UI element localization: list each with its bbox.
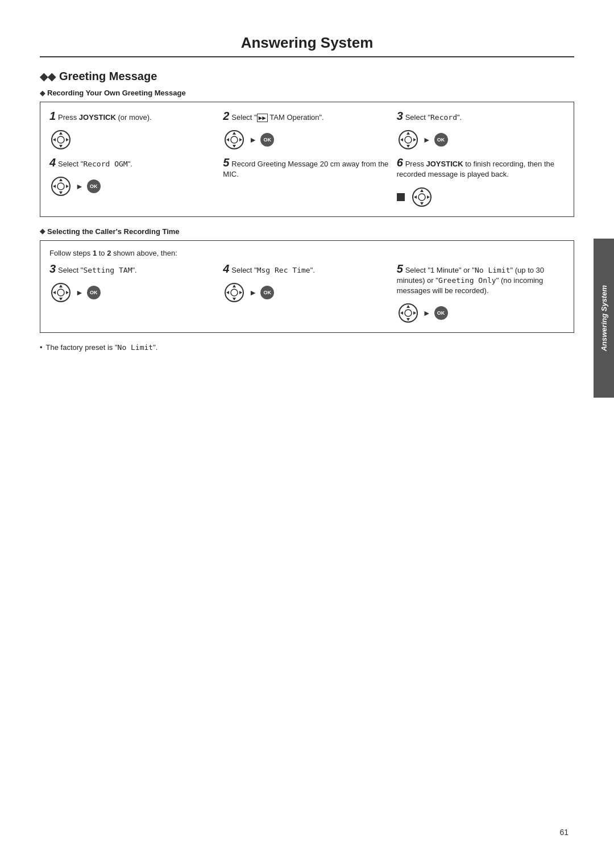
svg-marker-34 xyxy=(53,291,56,294)
svg-marker-27 xyxy=(420,202,424,205)
svg-point-25 xyxy=(418,194,425,201)
bullet-dot: • xyxy=(40,343,43,352)
step-s2-5-text: Select "1 Minute" or "No Limit" (up to 3… xyxy=(397,266,544,295)
svg-marker-40 xyxy=(226,291,229,294)
step-s2-3-number: 3 xyxy=(49,262,56,275)
svg-marker-45 xyxy=(406,318,410,321)
ok-button-2: OK xyxy=(260,133,274,147)
step-s2-4: 4 Select "Msg Rec Time". ► OK xyxy=(223,263,391,325)
bullet-text: The factory preset is "No Limit". xyxy=(46,343,158,352)
svg-marker-38 xyxy=(233,285,236,287)
step-6-text: Press JOYSTICK to finish recording, then… xyxy=(397,160,554,178)
diamond-icon-2: ◆ xyxy=(40,227,45,235)
step-2-text: Select "▶▶ TAM Operation". xyxy=(231,113,323,122)
svg-marker-11 xyxy=(239,138,242,141)
diamonds-icon: ◆◆ xyxy=(40,70,56,83)
joystick-icon-2 xyxy=(223,128,246,151)
step-s2-4-number: 4 xyxy=(223,262,229,275)
svg-point-37 xyxy=(231,289,238,296)
step-3-number: 3 xyxy=(397,110,403,122)
svg-marker-22 xyxy=(53,185,56,188)
joystick-icon-s2-4 xyxy=(223,281,246,304)
svg-point-13 xyxy=(405,136,412,143)
ok-button-3: OK xyxy=(434,133,448,147)
svg-marker-29 xyxy=(427,195,430,199)
section-title: Greeting Message xyxy=(59,70,157,83)
svg-marker-8 xyxy=(233,132,236,135)
ok-button-s2-4: OK xyxy=(260,286,274,299)
svg-marker-39 xyxy=(233,298,236,301)
sub-heading-1: ◆ Recording Your Own Greeting Message xyxy=(40,89,574,97)
ok-button-s2-3: OK xyxy=(87,286,101,299)
step-s2-5-number: 5 xyxy=(397,262,403,275)
svg-marker-23 xyxy=(66,185,69,188)
steps-grid-2: 3 Select "Setting TAM". ► OK xyxy=(49,263,565,325)
svg-marker-2 xyxy=(59,132,63,135)
step-s2-5: 5 Select "1 Minute" or "No Limit" (up to… xyxy=(397,263,565,325)
step-1-icons xyxy=(49,128,72,151)
step-s2-3-text: Select "Setting TAM". xyxy=(58,266,137,274)
bullet-note: • The factory preset is "No Limit". xyxy=(40,343,574,352)
follow-text: Follow steps 1 to 2 shown above, then: xyxy=(49,249,565,257)
svg-marker-17 xyxy=(413,138,416,141)
step-s2-4-icons: ► OK xyxy=(223,281,274,304)
joystick-icon-s2-3 xyxy=(49,281,72,304)
joystick-icon-s2-5 xyxy=(397,302,420,324)
svg-marker-9 xyxy=(233,145,236,148)
step-1-number: 1 xyxy=(49,110,56,122)
step-4-text: Select "Record OGM". xyxy=(58,160,132,168)
page-number: 61 xyxy=(559,828,569,837)
step-5-text: Record Greeting Message 20 cm away from … xyxy=(223,160,388,178)
svg-marker-35 xyxy=(66,291,69,294)
svg-marker-44 xyxy=(406,305,410,308)
arrow-icon-2: ► xyxy=(249,135,257,144)
step-5: 5 Record Greeting Message 20 cm away fro… xyxy=(223,157,391,208)
svg-point-19 xyxy=(57,183,64,190)
svg-marker-20 xyxy=(59,178,63,181)
arrow-icon-s2-5: ► xyxy=(423,308,431,318)
step-4: 4 Select "Record OGM". ► OK xyxy=(49,157,217,208)
svg-marker-41 xyxy=(239,291,242,294)
side-tab: Answering System xyxy=(594,239,614,398)
step-2-icons: ► OK xyxy=(223,128,274,151)
svg-point-31 xyxy=(57,289,64,296)
svg-marker-21 xyxy=(59,191,63,194)
step-s2-4-text: Select "Msg Rec Time". xyxy=(231,266,315,274)
instruction-box-1: 1 Press JOYSTICK (or move). xyxy=(40,102,574,217)
svg-marker-46 xyxy=(400,311,403,315)
step-1: 1 Press JOYSTICK (or move). xyxy=(49,110,217,151)
step-3-text: Select "Record". xyxy=(405,113,462,122)
step-2: 2 Select "▶▶ TAM Operation". ► OK xyxy=(223,110,391,151)
sub-heading-2: ◆ Selecting the Caller's Recording Time xyxy=(40,227,574,236)
joystick-icon-1 xyxy=(49,128,72,151)
sub-heading-2-text: Selecting the Caller's Recording Time xyxy=(47,227,180,236)
svg-marker-16 xyxy=(400,138,403,141)
joystick-icon-3 xyxy=(397,128,420,151)
ok-button-s2-5: OK xyxy=(434,306,448,320)
step-5-number: 5 xyxy=(223,156,229,169)
step-3: 3 Select "Record". ► OK xyxy=(397,110,565,151)
step-1-text: Press JOYSTICK (or move). xyxy=(58,113,152,122)
svg-marker-3 xyxy=(59,145,63,148)
step-4-number: 4 xyxy=(49,156,56,169)
joystick-icon-6 xyxy=(410,186,433,208)
svg-marker-14 xyxy=(406,132,410,135)
step-s2-5-icons: ► OK xyxy=(397,302,448,324)
step-s2-3: 3 Select "Setting TAM". ► OK xyxy=(49,263,217,325)
svg-marker-47 xyxy=(413,311,416,315)
svg-point-43 xyxy=(405,310,412,316)
step-4-icons: ► OK xyxy=(49,175,101,198)
svg-marker-28 xyxy=(414,195,417,199)
svg-point-7 xyxy=(231,136,238,143)
arrow-icon-4: ► xyxy=(76,182,84,191)
step-6-icons xyxy=(397,186,433,208)
step-2-number: 2 xyxy=(223,110,229,122)
svg-marker-15 xyxy=(406,145,410,148)
arrow-icon-s2-3: ► xyxy=(76,288,84,297)
steps-grid-1: 1 Press JOYSTICK (or move). xyxy=(49,110,565,208)
sub-heading-1-text: Recording Your Own Greeting Message xyxy=(47,89,186,97)
svg-point-1 xyxy=(57,136,64,143)
svg-marker-5 xyxy=(66,138,69,141)
step-6: 6 Press JOYSTICK to finish recording, th… xyxy=(397,157,565,208)
joystick-icon-4 xyxy=(49,175,72,198)
